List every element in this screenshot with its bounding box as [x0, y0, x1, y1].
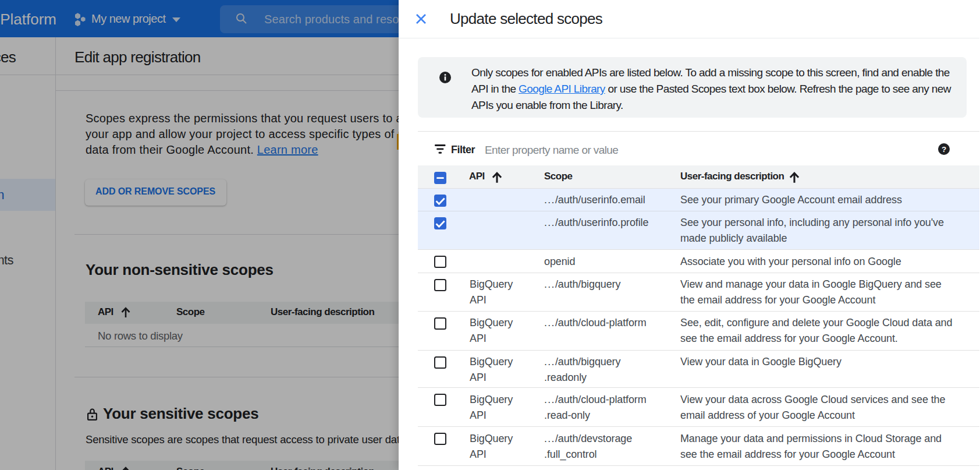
svg-text:?: ? [942, 145, 946, 154]
